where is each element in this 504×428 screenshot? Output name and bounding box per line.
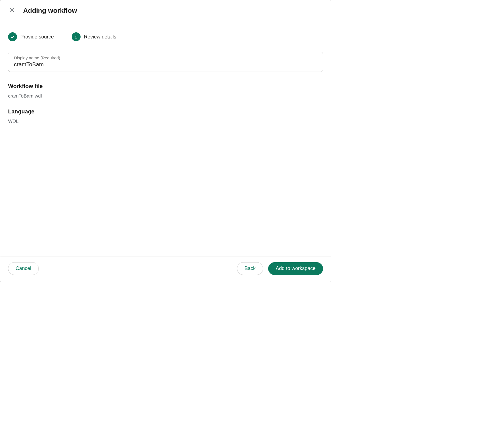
close-icon [9, 7, 15, 14]
step-label: Review details [84, 34, 116, 40]
display-name-field[interactable]: Display name (Required) [8, 52, 323, 72]
step-connector [58, 37, 67, 37]
step-completed-icon [8, 32, 17, 41]
add-to-workspace-button[interactable]: Add to workspace [268, 262, 323, 275]
close-button[interactable] [8, 6, 16, 15]
adding-workflow-dialog: Adding workflow Provide source 2 Review … [0, 0, 331, 282]
display-name-input[interactable] [14, 61, 317, 68]
workflow-file-heading: Workflow file [8, 83, 323, 89]
step-label: Provide source [20, 34, 54, 40]
language-heading: Language [8, 108, 323, 115]
dialog-title: Adding workflow [23, 7, 77, 14]
check-icon [10, 34, 15, 39]
dialog-content: Provide source 2 Review details Display … [0, 19, 331, 256]
workflow-file-value: cramToBam.wdl [8, 93, 323, 99]
dialog-footer: Cancel Back Add to workspace [0, 256, 331, 282]
step-provide-source[interactable]: Provide source [8, 32, 54, 41]
dialog-header: Adding workflow [0, 0, 331, 19]
step-review-details[interactable]: 2 Review details [72, 32, 116, 41]
language-value: WDL [8, 119, 323, 124]
stepper: Provide source 2 Review details [8, 32, 323, 41]
back-button[interactable]: Back [237, 262, 263, 275]
step-number-badge: 2 [72, 32, 81, 41]
display-name-label: Display name (Required) [14, 55, 317, 60]
cancel-button[interactable]: Cancel [8, 262, 39, 275]
